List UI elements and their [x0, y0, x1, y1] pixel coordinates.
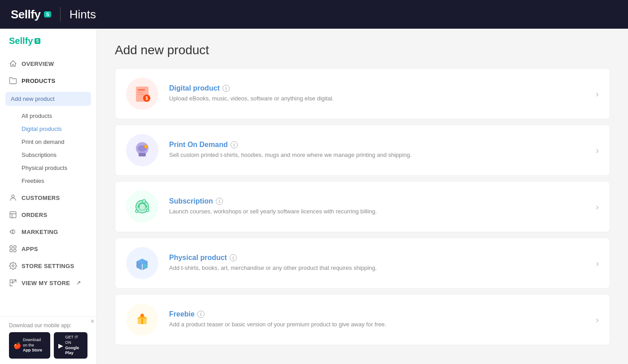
product-card-freebie-title: Freebie i: [169, 310, 589, 318]
topbar: SellfyS Hints: [0, 0, 628, 29]
product-icon-digital: $: [126, 78, 158, 110]
sidebar-item-apps-label: APPS: [22, 246, 38, 252]
product-icon-subscription: [126, 191, 158, 223]
sidebar-item-apps[interactable]: APPS: [0, 240, 96, 257]
physical-arrow-icon: ›: [596, 258, 599, 269]
svg-rect-9: [138, 89, 145, 91]
subscription-info-icon[interactable]: i: [216, 198, 223, 205]
sidebar-item-overview[interactable]: OVERVIEW: [0, 55, 96, 72]
sidebar-logo-text: Sellfy: [9, 36, 33, 46]
sidebar-sub-all-products[interactable]: All products: [0, 109, 96, 122]
pod-arrow-icon: ›: [596, 145, 599, 156]
svg-point-22: [142, 199, 146, 203]
sidebar-sub-subscriptions[interactable]: Subscriptions: [0, 148, 96, 161]
sidebar-sub-print-on-demand[interactable]: Print on demand: [0, 135, 96, 148]
sidebar-item-store-settings-label: STORE SETTINGS: [22, 263, 74, 269]
product-card-physical-title: Physical product i: [169, 254, 589, 262]
sidebar-item-customers-label: CUSTOMERS: [22, 195, 60, 201]
sidebar-logo-area: SellfyS: [0, 29, 96, 53]
topbar-logo-badge: S: [44, 11, 51, 17]
svg-point-18: [145, 146, 147, 147]
svg-rect-11: [138, 94, 144, 95]
svg-point-0: [12, 195, 14, 198]
product-card-pod-desc: Sell custom printed t-shirts, hoodies, m…: [169, 151, 589, 160]
svg-rect-3: [14, 246, 16, 248]
product-card-physical[interactable]: Physical product i Add t-shirts, books, …: [115, 238, 610, 289]
sidebar-item-marketing-label: MARKETING: [22, 229, 58, 235]
svg-rect-16: [139, 153, 146, 156]
product-card-pod[interactable]: Print On Demand i Sell custom printed t-…: [115, 125, 610, 176]
sidebar-item-orders-label: ORDERS: [22, 212, 47, 218]
sidebar-footer: Download our mobile app: 🍎 Download on t…: [0, 316, 96, 364]
topbar-logo-text: Sellfy: [11, 8, 40, 22]
physical-info-icon[interactable]: i: [230, 254, 237, 261]
main-layout: SellfyS OVERVIEW PRODUCTS Add new produc…: [0, 29, 628, 364]
subscription-arrow-icon: ›: [596, 202, 599, 212]
folder-icon: [9, 77, 17, 85]
product-icon-physical: [126, 247, 158, 279]
svg-rect-7: [10, 280, 13, 282]
main-content: Add new product $ Digital product i Upl: [97, 29, 628, 364]
svg-point-6: [12, 265, 14, 267]
product-card-freebie[interactable]: Freebie i Add a product teaser or basic …: [115, 294, 610, 345]
topbar-title: Hints: [70, 8, 96, 22]
product-card-digital-content: Digital product i Upload eBooks, music, …: [169, 84, 589, 103]
svg-rect-5: [14, 250, 16, 252]
sidebar-footer-text: Download our mobile app:: [9, 322, 87, 329]
product-card-subscription-title: Subscription i: [169, 197, 589, 205]
close-banner-button[interactable]: ✕: [90, 318, 95, 325]
pod-info-icon[interactable]: i: [231, 141, 238, 148]
product-card-physical-content: Physical product i Add t-shirts, books, …: [169, 254, 589, 273]
grid-icon: [9, 245, 17, 253]
product-icon-freebie: [126, 303, 158, 336]
product-card-digital-desc: Upload eBooks, music, videos, software o…: [169, 94, 589, 103]
product-card-subscription-content: Subscription i Launch courses, workshops…: [169, 197, 589, 216]
digital-info-icon[interactable]: i: [222, 85, 230, 92]
sidebar-products-submenu: Add new product All products Digital pro…: [0, 89, 96, 189]
sidebar-item-products[interactable]: PRODUCTS: [0, 72, 96, 89]
apple-icon: 🍎: [13, 342, 21, 349]
sidebar-item-orders[interactable]: ORDERS: [0, 206, 96, 223]
sidebar-item-products-label: PRODUCTS: [22, 78, 55, 84]
google-play-icon: ▶: [58, 342, 63, 349]
sidebar-logo-badge: S: [35, 38, 40, 44]
sidebar-item-overview-label: OVERVIEW: [22, 61, 54, 67]
product-card-subscription[interactable]: Subscription i Launch courses, workshops…: [115, 181, 610, 232]
sidebar-item-view-store[interactable]: VIEW MY STORE ↗: [0, 274, 96, 291]
svg-point-23: [146, 209, 149, 212]
sidebar-sub-freebies[interactable]: Freebies: [0, 174, 96, 187]
product-card-physical-desc: Add t-shirts, books, art, merchandise or…: [169, 264, 589, 273]
sidebar-add-new-product[interactable]: Add new product: [5, 92, 91, 106]
svg-rect-2: [10, 246, 12, 248]
google-play-badge[interactable]: ▶ GET IT ONGoogle Play: [54, 332, 87, 359]
sidebar-item-customers[interactable]: CUSTOMERS: [0, 189, 96, 206]
sidebar-sub-digital-products[interactable]: Digital products: [0, 122, 96, 135]
sidebar-item-marketing[interactable]: MARKETING: [0, 223, 96, 240]
digital-arrow-icon: ›: [596, 89, 599, 99]
svg-point-24: [135, 210, 138, 212]
topbar-logo: SellfyS: [11, 8, 51, 22]
product-card-digital[interactable]: $ Digital product i Upload eBooks, music…: [115, 68, 610, 119]
svg-rect-4: [10, 250, 12, 252]
sidebar-nav: OVERVIEW PRODUCTS Add new product All pr…: [0, 53, 96, 316]
app-badges-container: 🍎 Download on theApp Store ▶ GET IT ONGo…: [9, 332, 87, 359]
sidebar-item-store-settings[interactable]: STORE SETTINGS: [0, 257, 96, 274]
product-icon-pod: [126, 134, 158, 166]
app-store-badge[interactable]: 🍎 Download on theApp Store: [9, 332, 50, 359]
sidebar-sub-physical-products[interactable]: Physical products: [0, 161, 96, 174]
gear-icon: [9, 262, 17, 270]
person-icon: [9, 194, 17, 202]
product-card-pod-title: Print On Demand i: [169, 141, 589, 149]
sidebar-footer-wrapper: ✕ Download our mobile app: 🍎 Download on…: [0, 316, 96, 364]
topbar-divider: [60, 7, 61, 22]
product-card-digital-title: Digital product i: [169, 84, 589, 92]
product-card-freebie-content: Freebie i Add a product teaser or basic …: [169, 310, 589, 329]
product-card-subscription-desc: Launch courses, workshops or sell yearly…: [169, 207, 589, 216]
svg-point-21: [138, 206, 140, 208]
external-link-icon: [9, 279, 17, 287]
freebie-info-icon[interactable]: i: [197, 311, 205, 318]
home-icon: [9, 60, 17, 68]
box-icon: [9, 211, 17, 219]
product-card-freebie-desc: Add a product teaser or basic version of…: [169, 320, 589, 329]
megaphone-icon: [9, 228, 17, 236]
